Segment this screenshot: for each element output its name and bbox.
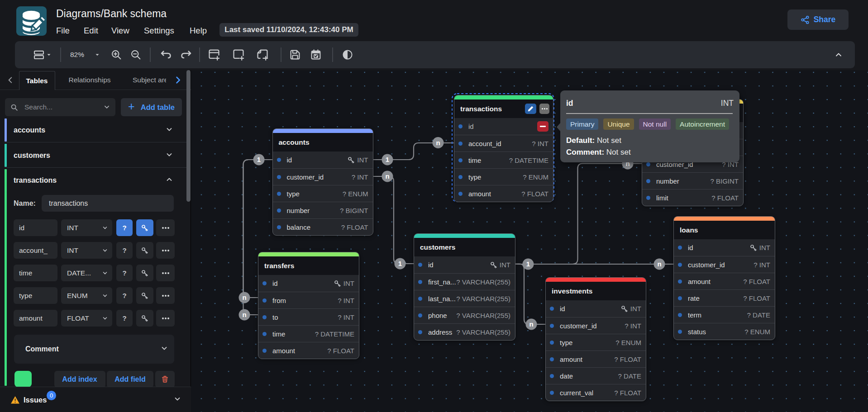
svg-text:n: n bbox=[385, 172, 389, 180]
svg-text:n: n bbox=[242, 311, 246, 318]
svg-text:n: n bbox=[242, 294, 246, 301]
svg-text:n: n bbox=[529, 320, 533, 328]
svg-text:1: 1 bbox=[386, 156, 389, 163]
svg-text:n: n bbox=[657, 260, 661, 268]
svg-text:1: 1 bbox=[257, 156, 261, 163]
svg-text:1: 1 bbox=[526, 260, 530, 268]
svg-text:n: n bbox=[436, 139, 440, 147]
svg-text:1: 1 bbox=[398, 260, 402, 267]
